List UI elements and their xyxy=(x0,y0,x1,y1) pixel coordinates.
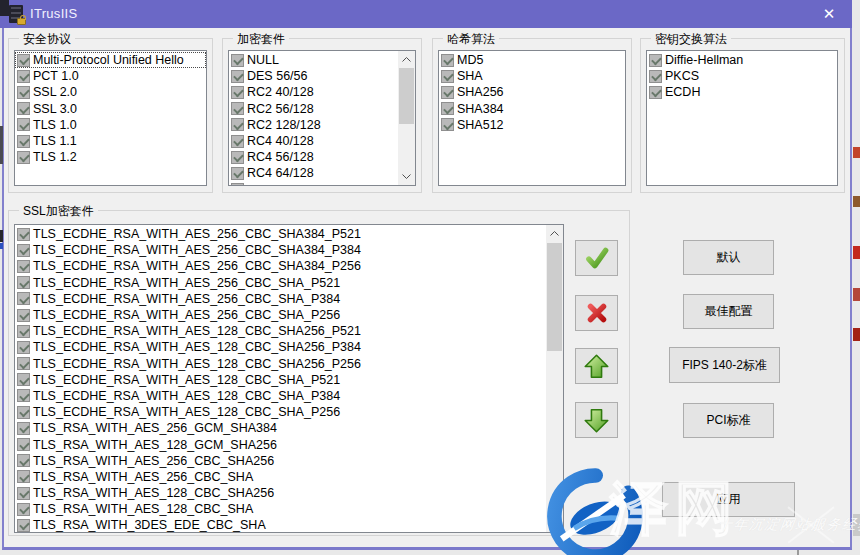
list-item[interactable]: TLS_ECDHE_RSA_WITH_AES_256_CBC_SHA_P521 xyxy=(15,275,563,291)
checkbox-checked-icon[interactable] xyxy=(441,70,454,83)
checkbox-checked-icon[interactable] xyxy=(441,102,454,115)
ciphers-list[interactable]: NULLDES 56/56RC2 40/128RC2 56/128RC2 128… xyxy=(228,50,416,186)
list-item[interactable]: TLS_ECDHE_RSA_WITH_AES_128_CBC_SHA_P521 xyxy=(15,372,563,388)
checkbox-checked-icon[interactable] xyxy=(17,276,30,289)
checkbox-checked-icon[interactable] xyxy=(17,325,30,338)
fips-standard-button[interactable]: FIPS 140-2标准 xyxy=(669,347,780,383)
checkbox-checked-icon[interactable] xyxy=(17,260,30,273)
list-item[interactable]: RC4 128/128 xyxy=(229,182,415,187)
list-item[interactable]: RC4 56/128 xyxy=(229,149,415,165)
move-down-button[interactable] xyxy=(575,402,618,438)
checkbox-checked-icon[interactable] xyxy=(441,118,454,131)
list-item[interactable]: RC2 128/128 xyxy=(229,117,415,133)
list-item[interactable]: TLS_ECDHE_RSA_WITH_AES_256_CBC_SHA384_P3… xyxy=(15,242,563,258)
checkbox-checked-icon[interactable] xyxy=(649,70,662,83)
scroll-down-button[interactable] xyxy=(546,515,563,532)
checkbox-checked-icon[interactable] xyxy=(231,135,244,148)
checkbox-checked-icon[interactable] xyxy=(17,292,30,305)
list-item[interactable]: RC2 40/128 xyxy=(229,84,415,100)
list-item[interactable]: TLS_RSA_WITH_AES_256_CBC_SHA256 xyxy=(15,453,563,469)
list-item[interactable]: TLS_ECDHE_RSA_WITH_AES_128_CBC_SHA256_P2… xyxy=(15,356,563,372)
checkbox-checked-icon[interactable] xyxy=(17,422,30,435)
protocols-list[interactable]: Multi-Protocol Unified HelloPCT 1.0SSL 2… xyxy=(14,50,207,186)
list-item[interactable]: Diffie-Hellman xyxy=(647,52,837,68)
list-item[interactable]: PCT 1.0 xyxy=(15,68,206,84)
scroll-up-button[interactable] xyxy=(398,51,415,68)
list-item[interactable]: SHA xyxy=(439,68,625,84)
list-item[interactable]: TLS_ECDHE_RSA_WITH_AES_128_CBC_SHA256_P5… xyxy=(15,323,563,339)
list-item[interactable]: TLS_ECDHE_RSA_WITH_AES_256_CBC_SHA384_P2… xyxy=(15,258,563,274)
list-item[interactable]: DES 56/56 xyxy=(229,68,415,84)
list-item[interactable]: TLS_RSA_WITH_AES_128_GCM_SHA256 xyxy=(15,436,563,452)
list-item[interactable]: TLS 1.1 xyxy=(15,133,206,149)
list-item[interactable]: SHA256 xyxy=(439,84,625,100)
scroll-down-button[interactable] xyxy=(398,168,415,185)
checkbox-checked-icon[interactable] xyxy=(17,151,30,164)
checkbox-checked-icon[interactable] xyxy=(17,86,30,99)
checkbox-checked-icon[interactable] xyxy=(17,519,30,532)
list-item[interactable]: TLS_ECDHE_RSA_WITH_AES_128_CBC_SHA256_P3… xyxy=(15,339,563,355)
checkbox-checked-icon[interactable] xyxy=(17,373,30,386)
checkbox-checked-icon[interactable] xyxy=(17,503,30,516)
checkbox-checked-icon[interactable] xyxy=(17,70,30,83)
list-item[interactable]: SHA384 xyxy=(439,101,625,117)
titlebar[interactable]: ITrusIIS ✕ xyxy=(0,0,852,28)
list-item[interactable]: PKCS xyxy=(647,68,837,84)
approve-button[interactable] xyxy=(575,240,618,276)
checkbox-checked-icon[interactable] xyxy=(231,151,244,164)
list-item[interactable]: RC4 40/128 xyxy=(229,133,415,149)
checkbox-checked-icon[interactable] xyxy=(17,389,30,402)
checkbox-checked-icon[interactable] xyxy=(649,86,662,99)
checkbox-checked-icon[interactable] xyxy=(17,438,30,451)
checkbox-checked-icon[interactable] xyxy=(231,54,244,67)
key-exchange-list[interactable]: Diffie-HellmanPKCSECDH xyxy=(646,50,838,186)
checkbox-checked-icon[interactable] xyxy=(17,487,30,500)
checkbox-checked-icon[interactable] xyxy=(17,309,30,322)
checkbox-checked-icon[interactable] xyxy=(17,357,30,370)
list-item[interactable]: NULL xyxy=(229,52,415,68)
checkbox-checked-icon[interactable] xyxy=(17,102,30,115)
list-item[interactable]: RC2 56/128 xyxy=(229,101,415,117)
checkbox-checked-icon[interactable] xyxy=(441,54,454,67)
scroll-up-button[interactable] xyxy=(546,225,563,242)
checkbox-checked-icon[interactable] xyxy=(17,470,30,483)
move-up-button[interactable] xyxy=(575,348,618,384)
list-item[interactable]: TLS_ECDHE_RSA_WITH_AES_128_CBC_SHA_P384 xyxy=(15,388,563,404)
close-button[interactable]: ✕ xyxy=(806,0,852,28)
ciphers-scrollbar[interactable] xyxy=(398,51,415,185)
checkbox-checked-icon[interactable] xyxy=(231,118,244,131)
list-item[interactable]: SSL 2.0 xyxy=(15,84,206,100)
list-item[interactable]: SHA512 xyxy=(439,117,625,133)
list-item[interactable]: TLS_RSA_WITH_3DES_EDE_CBC_SHA xyxy=(15,517,563,533)
checkbox-checked-icon[interactable] xyxy=(231,70,244,83)
default-button[interactable]: 默认 xyxy=(683,240,774,275)
list-item[interactable]: TLS_ECDHE_RSA_WITH_AES_256_CBC_SHA_P384 xyxy=(15,291,563,307)
list-item[interactable]: TLS_ECDHE_RSA_WITH_AES_256_CBC_SHA_P256 xyxy=(15,307,563,323)
checkbox-checked-icon[interactable] xyxy=(649,54,662,67)
scroll-thumb[interactable] xyxy=(547,243,562,351)
checkbox-checked-icon[interactable] xyxy=(231,167,244,180)
best-config-button[interactable]: 最佳配置 xyxy=(683,294,774,329)
checkbox-checked-icon[interactable] xyxy=(17,406,30,419)
apply-button[interactable]: 应用 xyxy=(662,482,795,517)
list-item[interactable]: TLS_RSA_WITH_AES_128_CBC_SHA xyxy=(15,501,563,517)
list-item[interactable]: TLS_RSA_WITH_AES_256_CBC_SHA xyxy=(15,469,563,485)
remove-button[interactable] xyxy=(575,295,618,331)
checkbox-checked-icon[interactable] xyxy=(441,86,454,99)
checkbox-checked-icon[interactable] xyxy=(17,118,30,131)
list-item[interactable]: TLS 1.2 xyxy=(15,149,206,165)
ssl-suites-list[interactable]: TLS_ECDHE_RSA_WITH_AES_256_CBC_SHA384_P5… xyxy=(14,224,564,533)
checkbox-checked-icon[interactable] xyxy=(17,454,30,467)
hashes-list[interactable]: MD5SHASHA256SHA384SHA512 xyxy=(438,50,626,186)
list-item[interactable]: Multi-Protocol Unified Hello xyxy=(15,52,206,68)
list-item[interactable]: TLS_RSA_WITH_AES_256_GCM_SHA384 xyxy=(15,420,563,436)
list-item[interactable]: TLS_ECDHE_RSA_WITH_AES_256_CBC_SHA384_P5… xyxy=(15,226,563,242)
checkbox-checked-icon[interactable] xyxy=(231,86,244,99)
list-item[interactable]: TLS_RSA_WITH_AES_128_CBC_SHA256 xyxy=(15,485,563,501)
list-item[interactable]: MD5 xyxy=(439,52,625,68)
checkbox-checked-icon[interactable] xyxy=(17,341,30,354)
checkbox-checked-icon[interactable] xyxy=(17,135,30,148)
ssl-scrollbar[interactable] xyxy=(546,225,563,532)
list-item[interactable]: SSL 3.0 xyxy=(15,101,206,117)
checkbox-checked-icon[interactable] xyxy=(17,228,30,241)
